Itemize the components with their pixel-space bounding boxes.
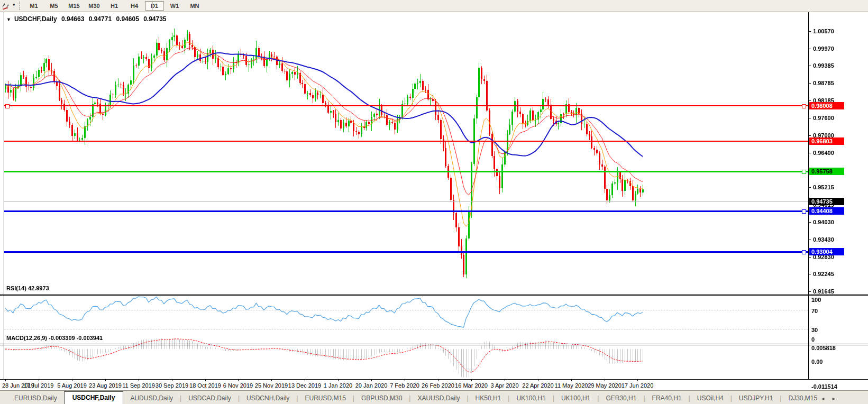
rsi-axis-label: 0: [811, 336, 815, 343]
trading-terminal: ▾ M1M5M15M30H1H4D1W1MN ▼USDCHF,Daily 0.9…: [0, 0, 868, 404]
price-axis-tick-label: 0.96400: [813, 150, 834, 156]
price-axis-tick-label: 0.95215: [813, 184, 834, 190]
chart-tab-dj30-m15[interactable]: DJ30,M15: [781, 393, 824, 404]
price-axis-tick: [809, 83, 811, 84]
date-axis-label: 11 May 2020: [555, 382, 588, 389]
chart-tab-ger30-h1[interactable]: GER30,H1: [599, 393, 643, 404]
price-axis-tick-label: 0.97600: [813, 115, 834, 121]
price-axis-tick: [809, 118, 811, 118]
pane-divider[interactable]: [0, 345, 868, 345]
chart-tab-usdcnh-daily[interactable]: USDCNH,Daily: [240, 393, 296, 404]
timeframe-button-h4[interactable]: H4: [125, 1, 144, 11]
chart-tab-xauusd-daily[interactable]: XAUUSD,Daily: [410, 393, 467, 404]
ohlc-low: 0.94605: [116, 15, 139, 23]
chart-tab-hk50-h1[interactable]: HK50,H1: [469, 393, 508, 404]
date-axis-label: 5 Aug 2019: [57, 382, 87, 389]
chart-tab-fra40-h1[interactable]: FRA40,H1: [645, 393, 689, 404]
chart-tab-audusd-daily[interactable]: AUDUSD,Daily: [123, 393, 180, 404]
date-axis-tick: [238, 380, 239, 381]
date-axis-label: 18 Oct 2019: [189, 382, 221, 389]
price-axis-tick-label: 0.98785: [813, 80, 834, 86]
chart-tab-gbpusd-m30[interactable]: GBPUSD,M30: [354, 393, 409, 404]
price-axis-tick: [809, 153, 811, 153]
toolbar-grip[interactable]: [19, 2, 22, 10]
date-axis-label: 26 Feb 2020: [422, 382, 454, 389]
pane-divider[interactable]: [0, 295, 868, 296]
macd-label: MACD(12,26,9) -0.003309 -0.003941: [6, 335, 103, 341]
date-axis-tick: [271, 380, 272, 381]
timeframe-button-m5[interactable]: M5: [44, 1, 63, 11]
price-axis-border: [808, 12, 809, 379]
date-axis-tick: [5, 380, 6, 381]
chart-tool-caret-icon[interactable]: ▾: [13, 2, 15, 7]
horizontal-level-line[interactable]: [4, 105, 808, 106]
level-handle[interactable]: [802, 250, 806, 254]
ohlc-open: 0.94663: [61, 15, 84, 23]
level-handle[interactable]: [5, 104, 10, 108]
horizontal-level-line[interactable]: [4, 141, 808, 142]
date-axis-label: 7 Feb 2020: [390, 382, 419, 389]
timeframe-button-h1[interactable]: H1: [105, 1, 124, 11]
level-handle[interactable]: [802, 170, 806, 174]
rsi-axis-label: 100: [811, 297, 821, 303]
timeframe-button-d1[interactable]: D1: [145, 1, 164, 11]
level-handle[interactable]: [802, 104, 806, 108]
timeframe-button-w1[interactable]: W1: [165, 1, 184, 11]
date-axis-tick: [72, 380, 72, 381]
timeframe-button-m30[interactable]: M30: [85, 1, 104, 11]
date-axis-tick: [305, 380, 305, 381]
level-price-chip: 0.93004: [809, 248, 844, 255]
price-axis-tick: [809, 31, 811, 32]
chart-tab-uk100-h1[interactable]: UK100,H1: [554, 393, 597, 404]
chart-tab-eurusd-daily[interactable]: EURUSD,Daily: [7, 393, 64, 404]
timeframe-buttons: M1M5M15M30H1H4D1W1MN: [24, 0, 205, 12]
chart-tab-eurusd-m15[interactable]: EURUSD,M15: [298, 393, 352, 404]
price-axis-tick: [809, 66, 811, 66]
price-axis-tick-label: 0.94030: [813, 219, 834, 225]
level-price-chip: 0.94408: [809, 207, 844, 215]
pane-divider[interactable]: [0, 294, 868, 295]
date-axis-label: 22 Apr 2020: [522, 382, 553, 389]
date-axis-label: 29 May 2020: [588, 382, 622, 389]
date-axis-tick: [105, 380, 106, 381]
price-axis-tick-label: 0.99970: [813, 45, 834, 52]
timeframe-button-m1[interactable]: M1: [24, 1, 43, 11]
date-axis-tick: [571, 380, 572, 381]
date-axis-label: 6 Nov 2019: [223, 382, 253, 389]
price-chart-canvas[interactable]: [4, 12, 809, 379]
price-axis-tick-label: 0.91645: [813, 288, 834, 295]
chart-tab-usoil-h4[interactable]: USOil,H4: [690, 393, 730, 404]
chart-tab-uk100-h1[interactable]: UK100,H1: [509, 393, 552, 404]
timeframe-button-mn[interactable]: MN: [185, 1, 204, 11]
level-price-chip: 0.96803: [809, 137, 844, 145]
date-axis-label: 25 Nov 2019: [255, 382, 288, 389]
chart-tool-icon[interactable]: [1, 1, 13, 11]
rsi-label: RSI(14) 42.9973: [6, 285, 49, 291]
date-axis-tick: [205, 380, 206, 381]
level-handle[interactable]: [802, 209, 806, 214]
chart-tab-usdjpy-h1[interactable]: USDJPY,H1: [732, 393, 780, 404]
price-axis-tick: [809, 135, 811, 136]
pane-divider[interactable]: [0, 344, 868, 344]
rsi-level-dashed-line: [4, 310, 808, 310]
date-axis-tick: [637, 380, 638, 381]
horizontal-level-line[interactable]: [4, 171, 808, 172]
date-axis-label: 17 Jun 2020: [622, 382, 654, 389]
date-axis-label: 11 Sep 2019: [122, 382, 155, 389]
horizontal-level-line[interactable]: [4, 251, 808, 253]
current-price-line: [4, 201, 808, 202]
tab-scroll-right-icon[interactable]: ►: [832, 396, 843, 401]
date-axis-label: 30 Sep 2019: [156, 382, 188, 389]
timeframe-button-m15[interactable]: M15: [65, 1, 84, 11]
date-axis-label: 23 Aug 2019: [89, 382, 122, 389]
chart-tab-usdcad-daily[interactable]: USDCAD,Daily: [181, 393, 238, 404]
chart-collapse-icon[interactable]: ▼: [6, 17, 11, 22]
horizontal-level-line[interactable]: [4, 210, 808, 212]
date-axis-label: 3 Apr 2020: [490, 382, 518, 389]
date-axis-label: 17 Jul 2019: [24, 382, 54, 389]
date-axis-line: [0, 379, 868, 380]
timeframe-toolbar: ▾ M1M5M15M30H1H4D1W1MN: [0, 0, 868, 12]
chart-tab-usdchf-daily[interactable]: USDCHF,Daily: [64, 391, 124, 404]
ohlc-close: 0.94735: [143, 15, 166, 23]
tab-scroll-left-icon[interactable]: ◄: [820, 396, 832, 401]
